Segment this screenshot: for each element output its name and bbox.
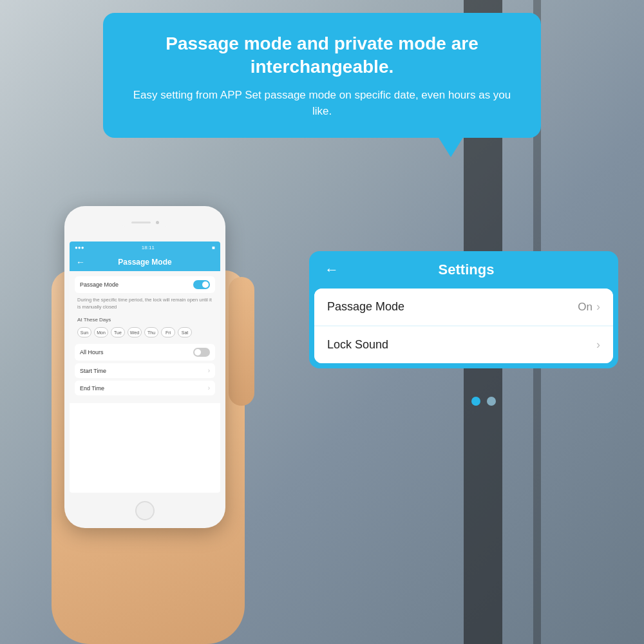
settings-lock-sound-right: › [596, 338, 600, 352]
speech-bubble-headline: Passage mode and private mode are interc… [129, 32, 515, 79]
day-sat: Sat [178, 327, 192, 337]
dots-indicator [471, 397, 496, 406]
phone-all-hours-label: All Hours [80, 349, 104, 355]
speech-bubble: Passage mode and private mode are interc… [103, 13, 541, 138]
phone-all-hours-toggle[interactable] [193, 348, 210, 357]
signal-icon: ●●● [75, 245, 84, 251]
day-tue: Tue [111, 327, 125, 337]
day-wed: Wed [128, 327, 142, 337]
phone-status-bar: ●●● 18:11 ■ [70, 242, 220, 253]
phone-at-these-days-label: At These Days [75, 314, 215, 325]
settings-header: ← Settings [309, 251, 618, 289]
settings-content: Passage Mode On › Lock Sound › [314, 289, 613, 363]
phone-container: ●●● 18:11 ■ ← Passage Mode Passage Mode … [32, 193, 277, 644]
phone-all-hours-row: All Hours [75, 344, 215, 361]
lock-sound-chevron: › [596, 338, 600, 352]
settings-title: Settings [349, 261, 583, 278]
settings-passage-mode-value: On [578, 301, 592, 314]
phone-passage-mode-row: Passage Mode [75, 276, 215, 293]
settings-passage-mode-label: Passage Mode [327, 300, 404, 314]
start-time-chevron: › [208, 367, 210, 374]
settings-back-icon[interactable]: ← [325, 261, 339, 278]
passage-mode-chevron: › [596, 300, 600, 314]
phone-home-button[interactable] [135, 501, 155, 520]
phone-start-time-label: Start Time [80, 368, 106, 374]
day-thu: Thu [144, 327, 158, 337]
phone-app-header: ← Passage Mode [70, 253, 220, 271]
day-fri: Fri [161, 327, 175, 337]
speaker [131, 222, 151, 223]
day-sun: Sun [77, 327, 91, 337]
speech-bubble-body: Easy setting from APP Set passage mode o… [129, 87, 515, 120]
phone-screen: ●●● 18:11 ■ ← Passage Mode Passage Mode … [70, 242, 220, 493]
settings-lock-sound-label: Lock Sound [327, 338, 388, 352]
phone-end-time-label: End Time [80, 385, 104, 392]
phone-end-time-row[interactable]: End Time › [75, 381, 215, 395]
settings-card: ← Settings Passage Mode On › Lock Sound … [309, 251, 618, 368]
phone-app-content: Passage Mode During the specific time pe… [70, 271, 220, 403]
phone-passage-mode-toggle[interactable] [193, 280, 210, 289]
phone-start-time-row[interactable]: Start Time › [75, 363, 215, 378]
end-time-chevron: › [208, 384, 210, 392]
settings-passage-mode-row[interactable]: Passage Mode On › [314, 289, 613, 325]
phone-notch [119, 218, 171, 227]
dot-1 [471, 397, 480, 406]
dot-2 [487, 397, 496, 406]
settings-lock-sound-row[interactable]: Lock Sound › [314, 327, 613, 363]
phone: ●●● 18:11 ■ ← Passage Mode Passage Mode … [64, 206, 225, 528]
phone-back-icon[interactable]: ← [76, 257, 85, 267]
time-display: 18:11 [142, 245, 155, 251]
day-mon: Mon [94, 327, 108, 337]
camera-dot [156, 221, 159, 224]
phone-header-title: Passage Mode [118, 258, 171, 267]
phone-passage-mode-label: Passage Mode [80, 281, 118, 288]
battery-icon: ■ [212, 245, 215, 251]
settings-passage-mode-right: On › [578, 300, 600, 314]
phone-days-row: Sun Mon Tue Wed Thu Fri Sat [75, 325, 215, 340]
phone-description: During the specific time period, the loc… [75, 296, 215, 314]
